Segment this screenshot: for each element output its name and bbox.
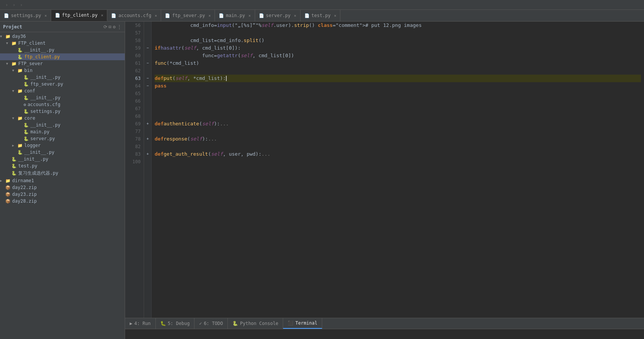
- gutter-69[interactable]: +: [144, 120, 151, 128]
- line-num-77: 77: [127, 128, 141, 135]
- tree-item-test_py[interactable]: 🐍test.py: [0, 162, 125, 169]
- panel-tab-label-debug: 5: Debug: [168, 321, 190, 326]
- tab-ftp_sever[interactable]: 📄ftp_sever.py×: [161, 10, 215, 21]
- gutter-57[interactable]: [144, 29, 151, 37]
- gutter-77[interactable]: [144, 128, 151, 135]
- panel-content: [125, 329, 644, 339]
- gutter-66[interactable]: [144, 97, 151, 105]
- gutter-59[interactable]: −: [144, 44, 151, 52]
- code-line-82[interactable]: [155, 143, 641, 150]
- panel-tab-todo[interactable]: ✓6: TODO: [194, 318, 228, 329]
- tab-accounts[interactable]: 📄accounts.cfg×: [107, 10, 161, 21]
- gutter-68[interactable]: [144, 112, 151, 120]
- panel-tab-run[interactable]: ▶4: Run: [125, 318, 156, 329]
- code-line-78[interactable]: def response(self):...: [155, 135, 641, 143]
- tree-item-FTP_client[interactable]: ▼📁FTP_client: [0, 40, 125, 47]
- tab-test[interactable]: 📄test.py×: [301, 10, 341, 21]
- panel-tab-icon-terminal: ⬛: [288, 320, 293, 326]
- panel-tabs: ▶4: Run🐛5: Debug✓6: TODO🐍Python Console⬛…: [125, 318, 644, 329]
- code-content[interactable]: cmd_info=input("„[%s]“"%self.user).strip…: [152, 22, 644, 318]
- tree-item-ftp_sever_py[interactable]: 🐍ftp_sever.py: [0, 81, 125, 87]
- tree-item-fu_xi[interactable]: 🐍复习生成选代器.py: [0, 169, 125, 177]
- tab-server[interactable]: 📄server.py×: [255, 10, 301, 21]
- gutter-62[interactable]: [144, 67, 151, 75]
- gutter-60[interactable]: [144, 52, 151, 59]
- sidebar-title: Project: [3, 24, 103, 30]
- tree-item-server_py[interactable]: 🐍server.py: [0, 135, 125, 142]
- code-line-69[interactable]: def authenticate(self):...: [155, 120, 641, 128]
- code-line-100[interactable]: [155, 158, 641, 166]
- gutter-56[interactable]: [144, 22, 151, 29]
- tree-item-conf[interactable]: ▼📁conf: [0, 87, 125, 94]
- gutter-100[interactable]: [144, 158, 151, 166]
- tree-item-__init__5[interactable]: 🐍__init__.py: [0, 149, 125, 156]
- tree-item-day23_zip[interactable]: 📦day23.zip: [0, 191, 125, 198]
- tree-item-bin[interactable]: ▼📁bin: [0, 67, 125, 74]
- bottom-panel: ▶4: Run🐛5: Debug✓6: TODO🐍Python Console⬛…: [125, 318, 644, 339]
- code-line-56[interactable]: cmd_info=input("„[%s]“"%self.user).strip…: [155, 22, 641, 29]
- panel-tab-terminal[interactable]: ⬛Terminal: [283, 318, 322, 329]
- code-line-62[interactable]: [155, 67, 641, 75]
- gutter-82[interactable]: [144, 143, 151, 150]
- tree-item-__init__2[interactable]: 🐍__init__.py: [0, 74, 125, 81]
- gutter-61[interactable]: −: [144, 59, 151, 67]
- panel-tab-label-terminal: Terminal: [295, 320, 317, 326]
- gutter-63[interactable]: −: [144, 75, 151, 82]
- tree-item-__init__6[interactable]: 🐍__init__.py: [0, 156, 125, 162]
- code-line-64[interactable]: pass: [155, 82, 641, 90]
- panel-tab-debug[interactable]: 🐛5: Debug: [156, 318, 195, 329]
- code-line-58[interactable]: cmd_list=cmd_info.split(): [155, 37, 641, 44]
- sidebar-more-icon[interactable]: ⋮: [117, 24, 122, 30]
- code-line-60[interactable]: func=getattr(self, cmd_list[0]): [155, 52, 641, 59]
- gutter-67[interactable]: [144, 105, 151, 112]
- tree-item-day36[interactable]: ▼📁day36: [0, 33, 125, 40]
- line-num-82: 82: [127, 143, 141, 150]
- gutter-58[interactable]: [144, 37, 151, 44]
- panel-tab-icon-todo: ✓: [199, 321, 202, 326]
- sidebar: Project ⟳ ⊟ ⚙ ⋮ ▼📁day36▼📁FTP_client🐍__in…: [0, 22, 125, 339]
- main-area: Project ⟳ ⊟ ⚙ ⋮ ▼📁day36▼📁FTP_client🐍__in…: [0, 22, 644, 339]
- tree-item-logger[interactable]: ▶📁logger: [0, 142, 125, 149]
- tab-main[interactable]: 📄main.py×: [215, 10, 255, 21]
- line-num-59: 59: [127, 44, 141, 52]
- tree-item-accounts_cfg[interactable]: ⚙accounts.cfg: [0, 101, 125, 108]
- line-num-64: 64: [127, 82, 141, 90]
- tree-item-FTP_sever[interactable]: ▼📁FTP_sever: [0, 60, 125, 67]
- sidebar-sync-icon[interactable]: ⟳: [103, 24, 107, 30]
- code-line-66[interactable]: [155, 97, 641, 105]
- code-line-83[interactable]: def get_auth_result(self, user, pwd):...: [155, 150, 641, 158]
- code-line-63[interactable]: def put(self, *cmd_list):: [155, 75, 641, 82]
- line-numbers: 565758596061626364656667686977788283100: [125, 22, 144, 318]
- tree-item-__init__3[interactable]: 🐍__init__.py: [0, 94, 125, 101]
- gutter-64[interactable]: −: [144, 82, 151, 90]
- tree-item-day22_zip[interactable]: 📦day22.zip: [0, 184, 125, 191]
- code-line-67[interactable]: [155, 105, 641, 112]
- tree-item-dirname1[interactable]: ▶📁dirname1: [0, 177, 125, 184]
- panel-tab-python_console[interactable]: 🐍Python Console: [228, 318, 283, 329]
- code-line-77[interactable]: [155, 128, 641, 135]
- line-num-83: 83: [127, 150, 141, 158]
- code-line-65[interactable]: [155, 90, 641, 97]
- gutter-78[interactable]: +: [144, 135, 151, 143]
- tree-item-settings_py[interactable]: 🐍settings.py: [0, 108, 125, 115]
- tree-item-day28_zip[interactable]: 📦day28.zip: [0, 198, 125, 205]
- code-line-61[interactable]: func(*cmd_list): [155, 59, 641, 67]
- tree-item-__init__4[interactable]: 🐍__init__.py: [0, 122, 125, 128]
- sidebar-collapse-icon[interactable]: ⊟: [109, 24, 111, 30]
- tree-item-core[interactable]: ▼📁core: [0, 115, 125, 122]
- code-line-57[interactable]: [155, 29, 641, 37]
- gutter-65[interactable]: [144, 90, 151, 97]
- sidebar-settings-icon[interactable]: ⚙: [113, 24, 116, 30]
- tree-item-main_py[interactable]: 🐍main.py: [0, 128, 125, 135]
- line-num-65: 65: [127, 90, 141, 97]
- code-line-59[interactable]: if hasattr(self, cmd_list[0]):: [155, 44, 641, 52]
- sidebar-header: Project ⟳ ⊟ ⚙ ⋮: [0, 22, 125, 32]
- gutter-83[interactable]: +: [144, 150, 151, 158]
- code-line-68[interactable]: [155, 112, 641, 120]
- tab-settings[interactable]: 📄settings.py×: [0, 10, 51, 21]
- tree-item-ftp_client_py[interactable]: 🐍ftp_client.py: [0, 53, 125, 60]
- tab-ftp_client[interactable]: 📄ftp_client.py×: [51, 10, 108, 21]
- tree-item-__init__1[interactable]: 🐍__init__.py: [0, 47, 125, 53]
- text-cursor: [226, 76, 227, 81]
- line-num-69: 69: [127, 120, 141, 128]
